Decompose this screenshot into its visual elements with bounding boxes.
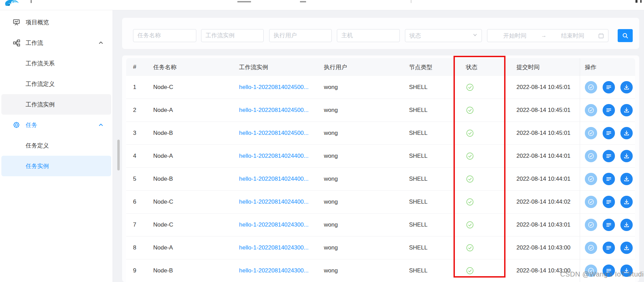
download-icon	[623, 244, 630, 251]
sidebar-item-workflow-definition[interactable]: 工作流定义	[1, 74, 111, 94]
table-row: 3 Node-B hello-1-20220814024500... wong …	[126, 122, 635, 145]
force-success-button[interactable]	[585, 127, 597, 139]
node-type-cell: SHELL	[409, 236, 465, 259]
sidebar-item-task-instance[interactable]: 任务实例	[1, 156, 111, 176]
submit-time-cell: 2022-08-14 10:44:02	[516, 191, 580, 213]
view-log-button[interactable]	[603, 219, 615, 231]
chevron-up-icon[interactable]	[98, 40, 104, 47]
range-arrow: →	[541, 33, 547, 39]
workflow-instance-cell: hello-1-20220814024300...	[239, 214, 324, 236]
force-success-button[interactable]	[585, 242, 597, 254]
sidebar-item-label: 任务定义	[26, 142, 49, 150]
download-log-button[interactable]	[620, 127, 633, 139]
task-name-input[interactable]	[133, 29, 196, 42]
workflow-instance-link[interactable]: hello-1-20220814024500...	[239, 107, 308, 114]
state-cell	[465, 99, 516, 121]
workflow-instance-input[interactable]	[201, 29, 264, 42]
topbar-fragment	[411, 0, 411, 3]
sidebar-item-workflow-instance[interactable]: 工作流实例	[1, 94, 111, 115]
search-button[interactable]	[618, 29, 633, 42]
sidebar-item-label: 项目概览	[26, 18, 49, 26]
submit-time-cell: 2022-08-14 10:45:01	[516, 122, 580, 144]
view-log-button[interactable]	[603, 242, 615, 254]
log-lines-icon	[605, 176, 612, 182]
row-index-cell: 6	[126, 191, 153, 213]
view-log-button[interactable]	[603, 127, 615, 139]
sidebar-group-task[interactable]: 任务	[1, 115, 111, 135]
sidebar: 项目概览 工作流 工作流关系 工作流定义 工作流实例	[0, 10, 113, 282]
force-success-button[interactable]	[585, 81, 597, 93]
watermark-text: CSDN @Wang's IoT Studio	[560, 270, 644, 278]
download-log-button[interactable]	[620, 81, 633, 93]
sidebar-item-label: 工作流	[26, 39, 43, 47]
submit-time-cell: 2022-08-14 10:44:01	[516, 145, 580, 167]
force-success-button[interactable]	[585, 104, 597, 116]
download-log-button[interactable]	[620, 242, 633, 254]
workflow-instance-cell: hello-1-20220814024400...	[239, 191, 324, 213]
check-circle-icon	[588, 107, 594, 114]
download-log-button[interactable]	[620, 196, 633, 208]
task-name-cell: Node-B	[153, 122, 239, 144]
col-header-node-type: 节点类型	[409, 58, 465, 76]
view-log-button[interactable]	[603, 196, 615, 208]
log-lines-icon	[605, 153, 612, 159]
executor-input[interactable]	[269, 29, 332, 42]
sidebar-group-workflow[interactable]: 工作流	[1, 33, 111, 53]
filter-bar: 状态 开始时间 → 结束时间	[122, 18, 639, 49]
gear-icon	[12, 121, 21, 129]
workflow-instance-link[interactable]: hello-1-20220814024400...	[239, 153, 308, 159]
state-cell	[465, 259, 516, 282]
workflow-instance-cell: hello-1-20220814024300...	[239, 236, 324, 259]
workflow-instance-link[interactable]: hello-1-20220814024300...	[239, 244, 308, 251]
table-row: 7 Node-C hello-1-20220814024300... wong …	[126, 214, 635, 236]
row-index-cell: 8	[126, 236, 153, 259]
force-success-button[interactable]	[585, 173, 597, 185]
workflow-instance-link[interactable]: hello-1-20220814024300...	[239, 267, 308, 274]
download-log-button[interactable]	[620, 173, 633, 185]
download-log-button[interactable]	[620, 219, 633, 231]
executor-cell: wong	[324, 191, 409, 213]
submit-time-cell: 2022-08-14 10:45:01	[516, 76, 580, 99]
force-success-button[interactable]	[585, 196, 597, 208]
table-row: 6 Node-C hello-1-20220814024400... wong …	[126, 191, 635, 214]
chevron-up-icon[interactable]	[98, 122, 104, 129]
view-log-button[interactable]	[603, 81, 615, 93]
workflow-instance-link[interactable]: hello-1-20220814024400...	[239, 198, 308, 205]
view-log-button[interactable]	[603, 173, 615, 185]
log-lines-icon	[605, 84, 612, 91]
log-lines-icon	[605, 198, 612, 205]
download-icon	[623, 84, 630, 91]
sidebar-scrollbar[interactable]	[117, 140, 120, 170]
download-log-button[interactable]	[620, 150, 633, 162]
workflow-instance-cell: hello-1-20220814024500...	[239, 122, 324, 144]
sidebar-item-label: 工作流关系	[26, 60, 55, 67]
topbar-fragment	[237, 1, 251, 2]
view-log-button[interactable]	[603, 104, 615, 116]
workflow-instance-link[interactable]: hello-1-20220814024400...	[239, 176, 308, 182]
topbar-fragment	[300, 1, 306, 2]
sidebar-item-task-definition[interactable]: 任务定义	[1, 135, 111, 156]
sidebar-item-project-overview[interactable]: 项目概览	[1, 12, 111, 33]
check-circle-icon	[588, 130, 594, 137]
state-select[interactable]: 状态	[405, 29, 482, 42]
node-type-cell: SHELL	[409, 99, 465, 121]
download-log-button[interactable]	[620, 104, 633, 116]
sidebar-item-workflow-relation[interactable]: 工作流关系	[1, 53, 111, 74]
col-header-index: #	[126, 58, 153, 76]
check-circle-icon	[588, 153, 594, 159]
workflow-instance-link[interactable]: hello-1-20220814024500...	[239, 130, 308, 137]
row-index-cell: 4	[126, 145, 153, 167]
table-row: 5 Node-B hello-1-20220814024400... wong …	[126, 168, 635, 191]
date-range-picker[interactable]: 开始时间 → 结束时间	[487, 29, 608, 42]
success-status-icon	[466, 129, 474, 137]
workflow-instance-link[interactable]: hello-1-20220814024300...	[239, 221, 308, 228]
force-success-button[interactable]	[585, 150, 597, 162]
host-input[interactable]	[337, 29, 400, 42]
workflow-instance-link[interactable]: hello-1-20220814024500...	[239, 84, 308, 91]
col-header-operation: 操作	[580, 58, 635, 76]
view-log-button[interactable]	[603, 150, 615, 162]
force-success-button[interactable]	[585, 219, 597, 231]
table-row: 2 Node-A hello-1-20220814024500... wong …	[126, 99, 635, 122]
sidebar-item-label: 任务实例	[26, 162, 49, 170]
node-type-cell: SHELL	[409, 122, 465, 144]
